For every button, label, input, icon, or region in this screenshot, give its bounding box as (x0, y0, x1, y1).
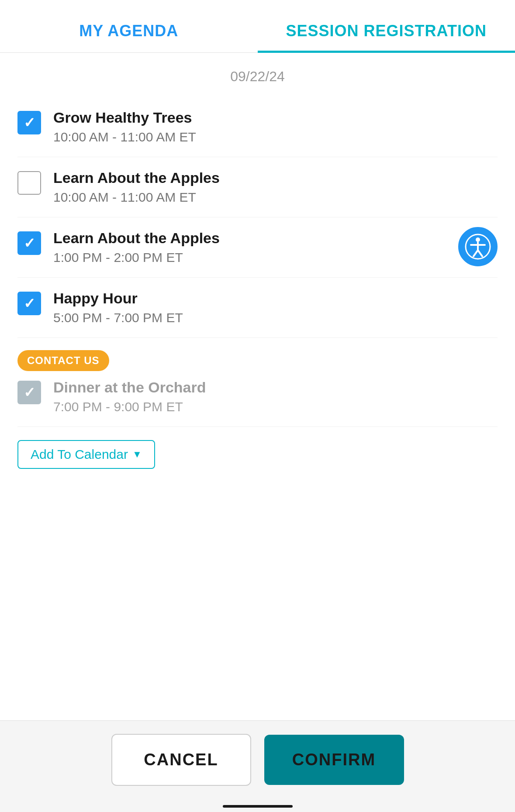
session-title-4: Happy Hour (53, 290, 498, 307)
session-item: ✓ Grow Healthy Trees 10:00 AM - 11:00 AM… (17, 97, 498, 157)
bottom-action-bar: CANCEL CONFIRM (0, 720, 515, 812)
checkmark-icon: ✓ (24, 296, 35, 310)
session-title-2: Learn About the Apples (53, 169, 498, 186)
session-time-3: 1:00 PM - 2:00 PM ET (53, 250, 498, 265)
session-info-5: Dinner at the Orchard 7:00 PM - 9:00 PM … (53, 379, 498, 414)
session-item: ✓ Happy Hour 5:00 PM - 7:00 PM ET (17, 278, 498, 338)
session-info-1: Grow Healthy Trees 10:00 AM - 11:00 AM E… (53, 109, 498, 145)
page-wrapper: MY AGENDA SESSION REGISTRATION 09/22/24 … (0, 0, 515, 812)
session-checkbox-3[interactable]: ✓ (17, 231, 41, 255)
session-item: CONTACT US ✓ Dinner at the Orchard 7:00 … (17, 338, 498, 427)
session-item: Learn About the Apples 10:00 AM - 11:00 … (17, 157, 498, 217)
session-time-1: 10:00 AM - 11:00 AM ET (53, 130, 498, 145)
chevron-down-icon: ▼ (132, 449, 142, 460)
session-info-4: Happy Hour 5:00 PM - 7:00 PM ET (53, 290, 498, 325)
accessibility-button[interactable] (458, 227, 498, 266)
session-info-3: Learn About the Apples 1:00 PM - 2:00 PM… (53, 230, 498, 265)
session-title-3: Learn About the Apples (53, 230, 498, 247)
tabs-container: MY AGENDA SESSION REGISTRATION (0, 0, 515, 53)
session-checkbox-2[interactable] (17, 171, 41, 195)
svg-line-5 (478, 250, 482, 256)
date-header: 09/22/24 (0, 53, 515, 97)
sessions-list: ✓ Grow Healthy Trees 10:00 AM - 11:00 AM… (0, 97, 515, 720)
tab-my-agenda[interactable]: MY AGENDA (0, 13, 258, 52)
session-checkbox-5[interactable]: ✓ (17, 381, 41, 404)
add-to-calendar-label: Add To Calendar (31, 447, 128, 462)
home-indicator (223, 805, 293, 808)
add-to-calendar-button[interactable]: Add To Calendar ▼ (17, 440, 155, 469)
session-checkbox-1[interactable]: ✓ (17, 111, 41, 134)
tab-session-registration[interactable]: SESSION REGISTRATION (258, 13, 515, 53)
accessibility-icon (465, 234, 491, 260)
svg-point-1 (476, 237, 480, 242)
session-checkbox-4[interactable]: ✓ (17, 292, 41, 315)
session-time-5: 7:00 PM - 9:00 PM ET (53, 399, 498, 414)
session-title-5: Dinner at the Orchard (53, 379, 498, 396)
session-info-2: Learn About the Apples 10:00 AM - 11:00 … (53, 169, 498, 205)
session-row-5: ✓ Dinner at the Orchard 7:00 PM - 9:00 P… (17, 379, 498, 414)
session-item: ✓ Learn About the Apples 1:00 PM - 2:00 … (17, 217, 498, 278)
checkmark-icon: ✓ (24, 385, 35, 399)
svg-line-4 (474, 250, 478, 256)
checkmark-icon: ✓ (24, 236, 35, 250)
confirm-button[interactable]: CONFIRM (264, 735, 404, 785)
contact-us-badge[interactable]: CONTACT US (17, 350, 109, 371)
checkmark-icon: ✓ (24, 116, 35, 130)
session-time-2: 10:00 AM - 11:00 AM ET (53, 190, 498, 205)
add-to-calendar-wrapper: Add To Calendar ▼ (17, 427, 498, 486)
session-time-4: 5:00 PM - 7:00 PM ET (53, 310, 498, 325)
cancel-button[interactable]: CANCEL (111, 734, 251, 786)
session-title-1: Grow Healthy Trees (53, 109, 498, 126)
